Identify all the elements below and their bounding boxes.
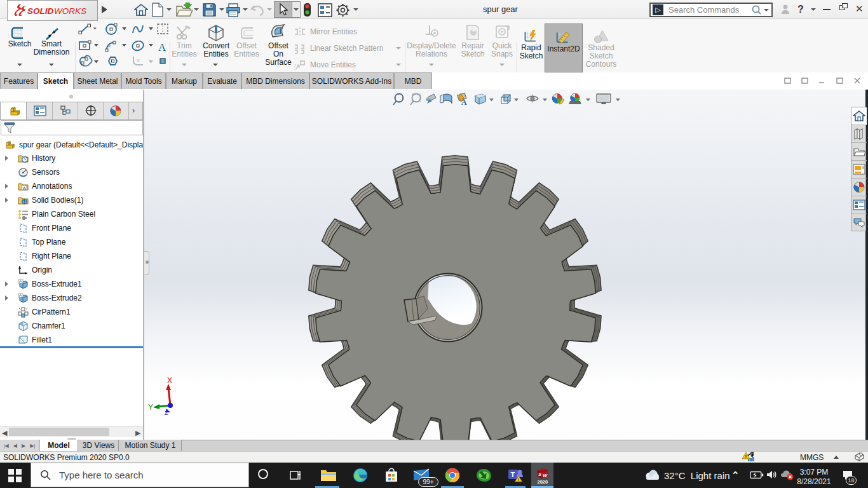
- svg-text:WORKS: WORKS: [54, 6, 86, 16]
- svg-text:Y: Y: [148, 403, 153, 412]
- svg-text:!: !: [518, 477, 519, 482]
- svg-text:W: W: [543, 473, 548, 478]
- svg-text:2020: 2020: [538, 479, 548, 484]
- svg-text:A: A: [23, 185, 27, 191]
- svg-text:!: !: [745, 454, 747, 459]
- svg-text:✕: ✕: [107, 44, 111, 48]
- svg-text:X: X: [167, 376, 172, 385]
- svg-text:A: A: [461, 98, 467, 107]
- svg-text:SOLID: SOLID: [27, 6, 54, 16]
- svg-text:T: T: [511, 471, 515, 478]
- svg-text:Z: Z: [165, 410, 168, 416]
- svg-text:✕: ✕: [136, 58, 140, 64]
- svg-text:S: S: [538, 471, 541, 477]
